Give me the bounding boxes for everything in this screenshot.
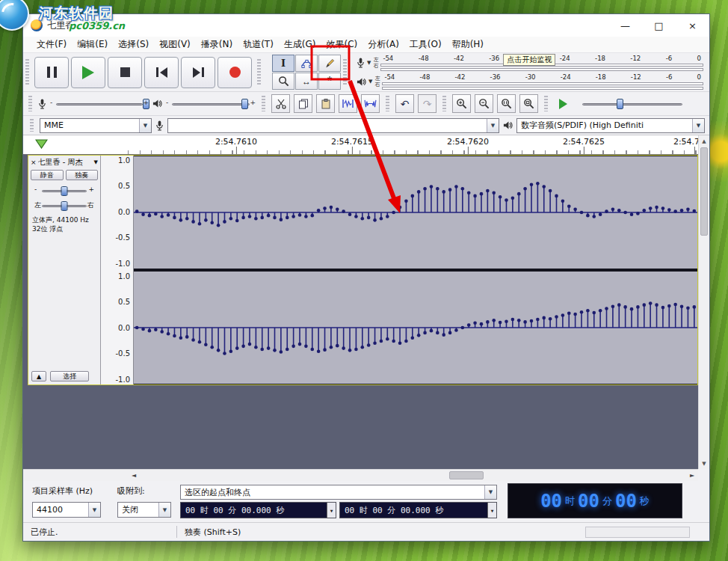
menu-tracks[interactable]: 轨道(T)	[238, 37, 278, 52]
sample-rate-select[interactable]: 44100 ▼	[32, 502, 101, 518]
dropdown-caret-icon[interactable]: ▼	[487, 119, 499, 132]
menu-generate[interactable]: 生成(G)	[280, 37, 321, 52]
pan-slider[interactable]: 左 右	[33, 199, 96, 212]
playback-volume-thumb[interactable]	[241, 99, 248, 109]
menu-analyze[interactable]: 分析(A)	[363, 37, 404, 52]
zoom-out-button[interactable]	[475, 94, 493, 113]
vertical-scroll-thumb[interactable]	[700, 147, 708, 236]
toolbar-grip[interactable]	[442, 96, 446, 112]
playback-meter[interactable]: ▼ 左右 -54-48-42-36-30-24-18-12-60	[357, 73, 703, 91]
selection-tool-button[interactable]: I	[272, 55, 294, 72]
toolbar-grip[interactable]	[30, 119, 34, 132]
dropdown-caret-icon[interactable]: ▼	[139, 119, 151, 132]
silence-audio-button[interactable]	[361, 94, 380, 113]
collapse-track-button[interactable]: ▲	[31, 371, 46, 381]
paste-button[interactable]	[316, 94, 335, 113]
close-button[interactable]: ×	[676, 14, 709, 37]
toolbar-grip[interactable]	[386, 96, 389, 112]
dropdown-caret-icon[interactable]: ▼	[88, 503, 100, 517]
scroll-left-icon[interactable]: ◄	[128, 470, 140, 481]
playback-volume-slider[interactable]: - +	[166, 98, 256, 110]
play-speed-thumb[interactable]	[617, 99, 623, 109]
timeline-ruler[interactable]: 2:54.7610 2:54.7615 2:54.7620 2:54.7625 …	[23, 135, 709, 155]
meter-dropdown-icon[interactable]: ▼	[368, 79, 372, 85]
selection-end-field[interactable]: 00 时 00 分 00.000 秒 ▼	[339, 502, 497, 518]
skip-end-button[interactable]	[181, 57, 215, 88]
dropdown-caret-icon[interactable]: ▼	[158, 503, 170, 517]
play-speed-slider[interactable]	[576, 98, 688, 110]
solo-button[interactable]: 独奏	[66, 170, 99, 180]
cut-button[interactable]	[271, 94, 290, 113]
envelope-tool-button[interactable]	[295, 55, 318, 72]
spinner-caret-icon[interactable]: ▼	[327, 503, 336, 518]
zoom-tool-button[interactable]	[272, 73, 294, 90]
menu-transport[interactable]: 播录(N)	[197, 37, 237, 52]
select-track-button[interactable]: 选择	[50, 371, 89, 381]
menu-file[interactable]: 文件(F)	[32, 37, 71, 52]
maximize-button[interactable]: □	[642, 14, 676, 37]
gain-slider[interactable]: - +	[33, 184, 96, 197]
selection-mode-select[interactable]: 选区的起点和终点 ▼	[180, 485, 497, 500]
waveform-channel-right[interactable]	[134, 272, 697, 384]
track-menu-caret-icon[interactable]: ▼	[94, 159, 98, 165]
zoom-in-button[interactable]	[452, 94, 471, 113]
copy-button[interactable]	[294, 94, 312, 113]
track-name[interactable]: 七里香 - 周杰	[38, 157, 93, 168]
vertical-scale-ruler[interactable]: 1.0 0.5 0.0 -0.5 -1.0 1.0 0.5 0.0 -0.5 -…	[101, 156, 134, 384]
pan-slider-thumb[interactable]	[61, 201, 68, 211]
spinner-caret-icon[interactable]: ▼	[487, 503, 496, 518]
scroll-right-icon[interactable]: ►	[686, 470, 698, 481]
dropdown-caret-icon[interactable]: ▼	[484, 485, 496, 499]
toolbar-grip[interactable]	[343, 59, 347, 86]
scroll-down-icon[interactable]: ▼	[699, 458, 709, 469]
vertical-scrollbar[interactable]: ▲ ▼	[698, 135, 709, 469]
menu-effect[interactable]: 效果(C)	[322, 37, 363, 52]
record-button[interactable]	[218, 57, 252, 88]
toolbar-grip[interactable]	[28, 96, 32, 112]
audio-host-select[interactable]: MME ▼	[40, 118, 152, 133]
playback-device-select[interactable]: 数字音频(S/PDIF) (High Definiti ▼	[516, 118, 705, 133]
scroll-up-icon[interactable]: ▲	[699, 135, 709, 147]
horizontal-scrollbar[interactable]: ◄ ►	[23, 469, 698, 481]
horizontal-scroll-thumb[interactable]	[449, 471, 484, 479]
meter-dropdown-icon[interactable]: ▼	[367, 60, 371, 66]
toolbar-grip[interactable]	[544, 96, 548, 112]
play-at-speed-button[interactable]	[554, 94, 573, 113]
recording-device-select[interactable]: ▼	[167, 118, 499, 133]
toolbar-grip[interactable]	[25, 59, 29, 86]
timeshift-tool-button[interactable]: ↔	[295, 73, 318, 90]
minimize-button[interactable]: —	[608, 14, 642, 37]
menu-tools[interactable]: 工具(O)	[405, 37, 446, 52]
redo-button[interactable]: ↷	[418, 94, 437, 113]
undo-button[interactable]: ↶	[395, 94, 414, 113]
draw-tool-button[interactable]	[318, 55, 341, 72]
multi-tool-button[interactable]: *	[318, 73, 341, 90]
timeline-pointer-icon[interactable]	[35, 139, 48, 149]
toolbar-grip[interactable]	[262, 96, 265, 112]
zoom-fit-button[interactable]	[519, 94, 538, 113]
skip-start-button[interactable]	[144, 57, 179, 88]
track-close-button[interactable]: ×	[31, 159, 37, 166]
recording-meter[interactable]: ▼ 左右 -54-48-42-36-30-24-18-12-60 点击开始监视	[357, 55, 703, 72]
dropdown-caret-icon[interactable]: ▼	[692, 119, 704, 132]
zoom-selection-button[interactable]	[497, 94, 516, 113]
trim-audio-button[interactable]	[339, 94, 357, 113]
waveform-channel-left[interactable]	[134, 156, 697, 269]
snap-select[interactable]: 关闭 ▼	[117, 502, 171, 518]
menu-select[interactable]: 选择(S)	[114, 37, 153, 52]
menu-help[interactable]: 帮助(H)	[448, 37, 488, 52]
menu-edit[interactable]: 编辑(E)	[73, 37, 112, 52]
menu-view[interactable]: 视图(V)	[155, 37, 195, 52]
selection-start-field[interactable]: 00 时 00 分 00.000 秒 ▼	[180, 502, 336, 518]
play-button[interactable]	[71, 57, 105, 88]
gain-slider-thumb[interactable]	[61, 186, 68, 196]
pause-button[interactable]	[34, 57, 69, 88]
title-bar[interactable]: 七里香 - 周杰伦 — □ ×	[23, 14, 709, 37]
toolbar-grip[interactable]	[257, 59, 261, 86]
monitor-tooltip[interactable]: 点击开始监视	[503, 54, 555, 66]
stop-button[interactable]	[108, 57, 142, 88]
record-volume-slider[interactable]: - +	[50, 98, 149, 110]
waveform-view	[134, 156, 697, 384]
audio-track[interactable]: × 七里香 - 周杰 ▼ 静音 独奏 - + 左	[28, 155, 698, 385]
mute-button[interactable]: 静音	[31, 170, 64, 180]
